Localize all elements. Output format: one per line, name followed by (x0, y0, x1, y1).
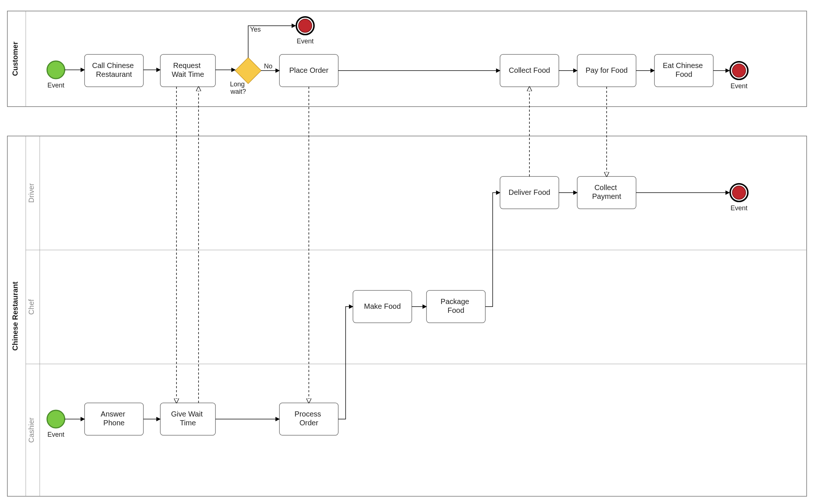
flow-process-to-make (338, 307, 353, 419)
svg-rect-12 (235, 58, 261, 84)
task-eat-food-line1: Eat Chinese (663, 61, 703, 69)
svg-point-27 (732, 186, 746, 199)
start-event-cashier-label: Event (47, 431, 64, 438)
lane-chef-label: Chef (27, 299, 35, 315)
gateway-long-wait-line1: Long (230, 81, 244, 88)
task-call-restaurant[interactable]: Call Chinese Restaurant (85, 54, 143, 87)
task-process-order[interactable]: Process Order (279, 403, 338, 435)
pool-customer-label: Customer (11, 42, 19, 76)
svg-point-31 (47, 410, 65, 428)
task-collect-payment-line2: Payment (592, 192, 621, 200)
task-make-food[interactable]: Make Food (353, 290, 412, 323)
gateway-long-wait[interactable]: Long wait? (230, 58, 261, 95)
task-call-restaurant-label-line1: Call Chinese (92, 61, 134, 69)
flow-gw-yes-label: Yes (250, 26, 261, 33)
end-event-customer[interactable]: Event (730, 62, 748, 90)
svg-point-22 (732, 64, 746, 77)
end-event-driver-label: Event (731, 204, 747, 212)
task-answer-phone[interactable]: Answer Phone (85, 403, 143, 435)
task-package-food[interactable]: Package Food (426, 290, 485, 323)
flow-package-to-deliver (485, 193, 500, 307)
task-pay-food-label: Pay for Food (586, 66, 628, 74)
lane-cashier-label: Cashier (27, 417, 35, 443)
task-pay-food[interactable]: Pay for Food (577, 54, 636, 87)
task-package-food-line2: Food (447, 306, 464, 314)
end-event-customer-early[interactable]: Event (296, 17, 314, 45)
start-event-customer[interactable]: Event (47, 61, 65, 89)
end-event-customer-early-label: Event (297, 37, 314, 45)
task-collect-food[interactable]: Collect Food (500, 54, 559, 87)
start-event-cashier[interactable]: Event (47, 410, 65, 438)
task-place-order[interactable]: Place Order (279, 54, 338, 87)
task-collect-food-label: Collect Food (509, 66, 550, 74)
task-answer-phone-line2: Phone (103, 419, 125, 427)
lane-driver-label: Driver (27, 183, 35, 203)
task-eat-food[interactable]: Eat Chinese Food (654, 54, 713, 87)
task-place-order-label: Place Order (289, 66, 329, 74)
task-give-wait[interactable]: Give Wait Time (160, 403, 215, 435)
start-event-customer-label: Event (47, 82, 64, 89)
flow-gw-no-label: No (264, 62, 272, 70)
task-answer-phone-line1: Answer (101, 410, 125, 418)
task-call-restaurant-label-line2: Restaurant (96, 70, 132, 78)
task-make-food-label: Make Food (364, 302, 401, 310)
task-give-wait-line1: Give Wait (171, 410, 203, 418)
end-event-driver[interactable]: Event (730, 184, 748, 212)
svg-text:Long
      wait?: Long wait? (230, 81, 246, 95)
task-package-food-line1: Package (440, 297, 469, 305)
task-request-wait[interactable]: Request Wait Time (160, 54, 215, 87)
task-eat-food-line2: Food (675, 70, 692, 78)
end-event-customer-label: Event (731, 82, 747, 90)
gateway-long-wait-line2: wait? (230, 88, 246, 95)
bpmn-diagram: Customer Chinese Restaurant Driver Chef … (0, 0, 814, 504)
svg-point-7 (47, 61, 65, 79)
task-collect-payment-line1: Collect (595, 183, 617, 192)
task-collect-payment[interactable]: Collect Payment (577, 176, 636, 209)
pool-restaurant-label: Chinese Restaurant (11, 282, 19, 351)
task-process-order-line1: Process (294, 410, 321, 418)
task-give-wait-line2: Time (180, 419, 196, 427)
task-request-wait-line1: Request (173, 61, 201, 69)
task-process-order-line2: Order (299, 419, 318, 427)
task-deliver-food-label: Deliver Food (508, 188, 550, 196)
task-deliver-food[interactable]: Deliver Food (500, 176, 559, 209)
task-request-wait-line2: Wait Time (172, 70, 204, 78)
svg-point-15 (299, 19, 312, 32)
